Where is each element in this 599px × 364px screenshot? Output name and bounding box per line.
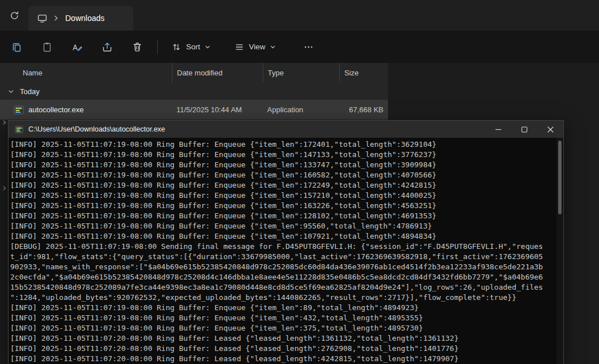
console-log: [INFO] 2025-11-05T11:07:19-08:00 Ring Bu… — [9, 138, 563, 364]
maximize-button[interactable] — [511, 121, 537, 138]
paste-button[interactable] — [35, 36, 60, 58]
file-size-cell: 67,668 KB — [339, 100, 388, 120]
background-group-chevron-icon — [2, 185, 7, 191]
column-header-date-modified[interactable]: Date modified — [172, 63, 263, 83]
console-line: [INFO] 2025-11-05T11:07:20-08:00 Ring Bu… — [10, 344, 555, 354]
chevron-down-icon — [8, 88, 14, 95]
share-button[interactable] — [95, 36, 120, 58]
console-line: ":1284,"uploaded_bytes":920762532,"expec… — [10, 293, 555, 303]
group-label: Today — [20, 87, 40, 96]
console-line: [INFO] 2025-11-05T11:07:19-08:00 Ring Bu… — [10, 231, 555, 242]
file-type-cell: Application — [263, 100, 339, 120]
chevron-down-icon — [270, 44, 276, 50]
paste-icon — [41, 41, 53, 53]
console-line: [INFO] 2025-11-05T11:07:19-08:00 Ring Bu… — [10, 201, 555, 211]
view-label: View — [249, 43, 265, 51]
sort-button[interactable]: Sort — [164, 36, 217, 58]
minimize-button[interactable] — [485, 121, 511, 138]
file-name: autocollector.exe — [28, 105, 84, 114]
console-output: [INFO] 2025-11-05T11:07:19-08:00 Ring Bu… — [9, 138, 563, 364]
monitor-icon — [37, 14, 47, 23]
trash-icon — [132, 41, 143, 53]
view-icon — [234, 42, 244, 52]
scrollbar-thumb[interactable] — [558, 141, 562, 214]
ellipsis-icon — [303, 42, 314, 52]
explorer-titlebar: Downloads — [0, 0, 599, 31]
minimize-icon — [495, 126, 501, 133]
delete-button[interactable] — [125, 36, 150, 58]
console-line: 2c0ecfda","$a04b69e615b52385420848d978c2… — [10, 272, 555, 282]
console-line: [DEBUG] 2025-11-05T11:07:19-08:00 Sendin… — [10, 242, 555, 252]
file-name-cell: autocollector.exe — [0, 100, 172, 120]
chevron-right-icon — [53, 15, 60, 22]
command-bar: Sort View — [0, 31, 599, 63]
console-window: C:\Users\User\Downloads\autocollector.ex… — [8, 120, 564, 364]
console-title: C:\Users\User\Downloads\autocollector.ex… — [28, 125, 485, 133]
console-app-icon — [15, 125, 23, 134]
rename-icon — [71, 41, 83, 53]
explorer-tab[interactable]: Downloads — [28, 6, 133, 31]
refresh-icon — [10, 11, 19, 20]
close-icon — [547, 126, 554, 133]
group-row-today[interactable]: Today — [0, 83, 388, 100]
close-button[interactable] — [537, 121, 563, 138]
console-line: [INFO] 2025-11-05T11:07:20-08:00 Ring Bu… — [10, 333, 555, 344]
maximize-icon — [521, 126, 528, 133]
share-icon — [102, 41, 113, 53]
refresh-button[interactable] — [5, 6, 24, 25]
console-line: t_id":981,"flow_stats":{"query_status":[… — [10, 252, 555, 262]
column-header-type[interactable]: Type — [263, 63, 339, 83]
console-line: 15b52385420848d978c252089a7fe3ca44e9398e… — [10, 282, 555, 293]
file-date-cell: 11/5/2025 10:44 AM — [172, 100, 263, 120]
console-line: [INFO] 2025-11-05T11:07:19-08:00 Ring Bu… — [10, 303, 555, 313]
console-line: [INFO] 2025-11-05T11:07:19-08:00 Ring Bu… — [10, 211, 555, 221]
console-line: [INFO] 2025-11-05T11:07:19-08:00 Ring Bu… — [10, 221, 555, 231]
column-header-name[interactable]: Name — [0, 63, 172, 83]
console-line: [INFO] 2025-11-05T11:07:19-08:00 Ring Bu… — [10, 139, 555, 150]
app-file-icon — [14, 105, 24, 115]
rename-button[interactable] — [65, 36, 90, 58]
column-header-size[interactable]: Size — [339, 63, 388, 83]
console-line: [INFO] 2025-11-05T11:07:19-08:00 Ring Bu… — [10, 313, 555, 323]
sort-icon — [171, 42, 182, 52]
console-line: [INFO] 2025-11-05T11:07:19-08:00 Ring Bu… — [10, 170, 555, 180]
console-scrollbar[interactable] — [556, 138, 563, 364]
toolbar-divider — [157, 40, 158, 54]
console-line: [INFO] 2025-11-05T11:07:19-08:00 Ring Bu… — [10, 150, 555, 160]
background-group-chevron-icon — [2, 120, 7, 125]
console-line: [INFO] 2025-11-05T11:07:19-08:00 Ring Bu… — [10, 160, 555, 170]
console-line: [INFO] 2025-11-05T11:07:19-08:00 Ring Bu… — [10, 191, 555, 201]
console-line: 902933,"names_with_response":["$a04b69e6… — [10, 262, 555, 272]
console-line: [INFO] 2025-11-05T11:07:19-08:00 Ring Bu… — [10, 180, 555, 191]
sort-label: Sort — [186, 43, 200, 51]
more-options-button[interactable] — [296, 36, 321, 58]
column-header-row: Name Date modified Type Size — [0, 63, 388, 83]
file-row-autocollector[interactable]: autocollector.exe 11/5/2025 10:44 AM App… — [0, 100, 388, 120]
console-line: [INFO] 2025-11-05T11:07:19-08:00 Ring Bu… — [10, 323, 555, 333]
console-titlebar[interactable]: C:\Users\User\Downloads\autocollector.ex… — [9, 121, 563, 138]
copy-button[interactable] — [5, 36, 29, 58]
copy-icon — [11, 41, 23, 53]
console-line: [INFO] 2025-11-05T11:07:20-08:00 Ring Bu… — [10, 354, 555, 364]
view-button[interactable]: View — [227, 36, 282, 58]
tab-location-label: Downloads — [65, 14, 104, 23]
chevron-down-icon — [205, 44, 210, 50]
file-list-pane: Name Date modified Type Size Today autoc… — [0, 63, 388, 120]
